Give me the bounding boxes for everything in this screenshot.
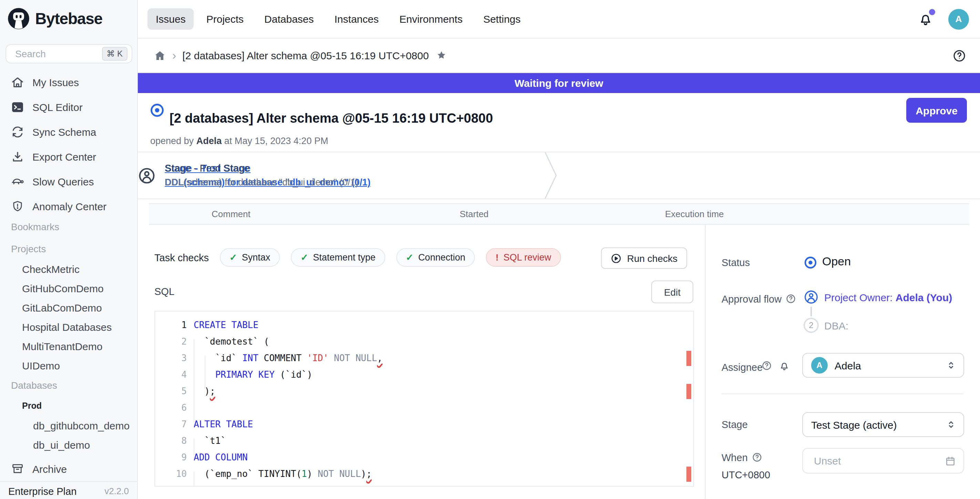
sidebar-item[interactable]: SQL Editor [0, 94, 137, 119]
top-nav-tab[interactable]: Issues [148, 8, 194, 30]
issue-sidebar: Status Open Approval flow Project Owner:… [706, 225, 980, 499]
top-nav-tab[interactable]: Projects [198, 8, 252, 30]
search-box[interactable]: ⌘ K [5, 44, 132, 64]
notifications-bell-icon[interactable] [918, 11, 933, 27]
notification-dot [929, 9, 935, 15]
top-nav-tab[interactable]: Settings [475, 8, 528, 30]
search-input[interactable] [14, 48, 102, 60]
approval-step-role: Project Owner: [824, 292, 896, 303]
assignee-value: Adela [835, 359, 945, 371]
sidebar-item-label: Slow Queries [32, 175, 94, 187]
opened-user[interactable]: Adela [196, 136, 222, 146]
assignee-select[interactable]: A Adela [802, 353, 964, 378]
breadcrumb-title[interactable]: [2 databases] Alter schema @05-15 16:19 … [182, 49, 429, 61]
chevron-updown-icon [945, 419, 956, 430]
task-check-badges: ✓ Syntax ✓ Statement type ✓ Connection !… [220, 248, 561, 267]
approval-step-2-number: 2 [803, 318, 819, 333]
task-check-badge[interactable]: ✓ Connection [396, 248, 475, 267]
assignee-avatar: A [811, 357, 828, 373]
bookmark-star-icon[interactable] [436, 49, 447, 61]
sidebar-database-item[interactable]: db_ui_demo [0, 435, 137, 455]
check-status-icon: ✓ [301, 252, 308, 262]
home-icon[interactable] [154, 49, 166, 62]
sidebar-item[interactable]: Anomaly Center [0, 194, 137, 218]
top-nav-tab[interactable]: Databases [256, 8, 322, 30]
approve-button[interactable]: Approve [906, 98, 967, 123]
sidebar-item-icon [11, 150, 24, 163]
task-check-badge[interactable]: ✓ Syntax [220, 248, 280, 267]
sidebar-item-label: Anomaly Center [32, 200, 107, 212]
assignee-help-icon[interactable] [762, 361, 773, 372]
error-ruler-marker [686, 384, 691, 399]
sidebar-main-nav: My Issues SQL Editor Sync Schema Export … [0, 70, 137, 218]
sql-editor[interactable]: 1CREATE TABLE2 `demotest` (3 `id` INT CO… [154, 311, 694, 486]
sidebar-project-item[interactable]: Hospital Databases [0, 318, 137, 337]
help-icon[interactable] [953, 49, 966, 62]
edit-sql-button[interactable]: Edit [651, 281, 693, 303]
sidebar-item[interactable]: Slow Queries [0, 169, 137, 194]
status-label: Status [722, 257, 750, 268]
assignee-label: Assignee [722, 362, 762, 373]
when-help-icon[interactable] [752, 452, 762, 462]
sidebar-item-label: SQL Editor [32, 101, 83, 113]
when-label-text: When [722, 452, 748, 463]
version-label: v2.2.0 [104, 486, 129, 496]
opened-timestamp: at May 15, 2023 4:20 PM [224, 136, 328, 146]
breadcrumb-chevron-icon: › [172, 49, 176, 62]
sidebar-section-databases: Databases [11, 380, 57, 391]
sidebar-item-label: Export Center [32, 151, 96, 162]
plan-label[interactable]: Enterprise Plan [8, 486, 76, 497]
sidebar-item[interactable]: Sync Schema [0, 119, 137, 144]
sidebar-item-icon [11, 175, 24, 188]
sidebar-item-icon [11, 100, 24, 113]
task-check-badge[interactable]: ✓ Statement type [291, 248, 385, 267]
approval-step-user: Adela (You) [896, 292, 952, 303]
status-value: Open [822, 255, 851, 269]
assignee-subscribe-bell-icon[interactable] [779, 361, 790, 372]
stage-select[interactable]: Test Stage (active) [802, 412, 964, 437]
sidebar-project-item[interactable]: CheckMetric [0, 260, 137, 279]
top-nav-tab[interactable]: Instances [326, 8, 387, 30]
sidebar-project-item[interactable]: GitHubComDemo [0, 279, 137, 299]
when-input-field[interactable] [813, 454, 945, 467]
sidebar-project-item[interactable]: UIDemo [0, 356, 137, 376]
when-timezone: UTC+0800 [722, 469, 770, 480]
task-table-column-header: Execution time [665, 209, 724, 219]
open-status-icon [803, 256, 817, 270]
user-avatar[interactable]: A [948, 9, 969, 29]
error-ruler-marker [686, 467, 691, 482]
bytebase-logo-icon [7, 7, 30, 30]
run-checks-button[interactable]: Run checks [601, 248, 687, 269]
approval-help-icon[interactable] [786, 294, 796, 304]
stage-value: Test Stage (active) [811, 419, 945, 431]
breadcrumb: › [2 databases] Alter schema @05-15 16:1… [138, 38, 980, 73]
sidebar-item[interactable]: Export Center [0, 144, 137, 169]
task-table-header: CommentStartedExecution time [149, 203, 969, 225]
bytebase-logo[interactable]: Bytebase [7, 7, 102, 30]
sql-code[interactable]: 1CREATE TABLE2 `demotest` (3 `id` INT CO… [155, 317, 693, 483]
topbar: IssuesProjectsDatabasesInstancesEnvironm… [138, 0, 980, 38]
stage-name-link[interactable]: Stage - Prod Stage [165, 161, 358, 175]
search-shortcut-kbd: ⌘ K [102, 47, 127, 61]
sidebar-section-bookmarks: Bookmarks [11, 221, 59, 232]
top-nav-tab[interactable]: Environments [391, 8, 471, 30]
brand-name: Bytebase [35, 9, 102, 28]
approval-step-1[interactable]: Project Owner: Adela (You) [824, 292, 952, 303]
chevron-updown-icon [945, 360, 956, 371]
stage-task-link[interactable]: DDL(schema) for database "db_ui_demo" (0… [165, 175, 358, 189]
sidebar-database-item[interactable]: db_githubcom_demo [0, 416, 137, 435]
sidebar-project-item[interactable]: GitLabComDemo [0, 299, 137, 318]
pipeline-stages: Stage - Test Stage DDL(schema) for datab… [138, 152, 980, 199]
issue-open-status-icon [150, 103, 165, 118]
stage-card[interactable]: Stage - Prod Stage DDL(schema) for datab… [138, 152, 358, 199]
task-check-badge[interactable]: ! SQL review [486, 248, 561, 267]
sidebar-item-archive[interactable]: Archive [0, 459, 137, 478]
when-datetime-input[interactable] [802, 448, 964, 474]
archive-label: Archive [32, 463, 67, 475]
sidebar-project-item[interactable]: MultiTenantDemo [0, 337, 137, 356]
run-checks-label: Run checks [627, 253, 678, 264]
sql-section-label: SQL [154, 286, 174, 297]
sidebar-item[interactable]: My Issues [0, 70, 137, 94]
sidebar-item-label: Sync Schema [32, 126, 96, 138]
sidebar-projects-list: CheckMetricGitHubComDemoGitLabComDemoHos… [0, 260, 137, 376]
